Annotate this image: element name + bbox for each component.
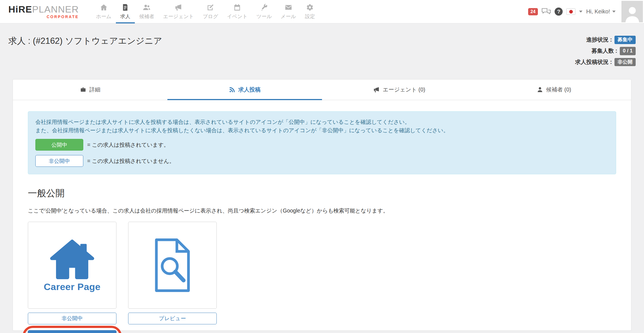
- status-row-progress: 進捗状況 : 募集中: [586, 36, 636, 44]
- navbar-right-cluster: 24 ? Hi, Keiko!: [528, 0, 644, 23]
- tools-icon: [260, 4, 268, 11]
- status-row-posting: 求人投稿状況 : 非公開: [575, 58, 636, 66]
- tab-details[interactable]: 詳細: [13, 79, 167, 100]
- user-menu-caret-icon: [612, 11, 616, 13]
- schedule-publish-button[interactable]: 公開を予約する: [28, 330, 116, 333]
- status-label: 募集人数 :: [592, 47, 617, 55]
- info-alert: 会社採用情報ページまたは求人サイトに求人を投稿する場合は、表示されているサイトの…: [28, 111, 616, 174]
- candidates-icon: [143, 4, 150, 11]
- published-sample-button: 公開中: [35, 139, 83, 151]
- career-home-icon: [49, 238, 96, 280]
- main-nav: ホーム 求人 候補者 エージェント ブログ イベント ツール メール: [92, 0, 319, 23]
- preview-card: [128, 222, 217, 309]
- unpublished-legend-text: = この求人は投稿されていません。: [87, 157, 175, 165]
- jobs-icon: [121, 4, 129, 11]
- site-cards-row: Career Page: [28, 222, 616, 309]
- status-row-headcount: 募集人数 : 0 / 1: [592, 47, 636, 55]
- agents-icon: [175, 4, 182, 11]
- published-legend-row: 公開中 = この求人は投稿されています。: [35, 139, 609, 151]
- brand-name: HiREPLANNER: [8, 4, 79, 14]
- nav-item-blog[interactable]: ブログ: [198, 0, 223, 23]
- main-content-card: 詳細 求人投稿 エージェント (0) 候補者 (0) 会社採用情報ページまたは求…: [13, 79, 631, 331]
- nav-item-agents[interactable]: エージェント: [159, 0, 198, 23]
- mail-icon: [285, 4, 292, 11]
- japan-flag-icon[interactable]: [566, 8, 575, 15]
- status-summary: 進捗状況 : 募集中 募集人数 : 0 / 1 求人投稿状況 : 非公開: [575, 36, 636, 66]
- tab-job-posting[interactable]: 求人投稿: [167, 79, 322, 100]
- career-status-button[interactable]: 非公開中: [28, 313, 116, 324]
- language-caret-icon[interactable]: [579, 11, 582, 13]
- nav-item-mail[interactable]: メール: [276, 0, 301, 23]
- user-menu[interactable]: Hi, Keiko!: [586, 8, 616, 15]
- tab-bar: 詳細 求人投稿 エージェント (0) 候補者 (0): [13, 79, 631, 100]
- nav-item-home[interactable]: ホーム: [92, 0, 116, 23]
- messages-icon[interactable]: [541, 8, 551, 16]
- notification-badge[interactable]: 24: [528, 8, 538, 15]
- status-badge: 非公開: [614, 58, 636, 66]
- document-search-icon: [150, 237, 195, 293]
- brand-logo[interactable]: HiREPLANNER CORPORATE: [8, 0, 79, 23]
- status-label: 求人投稿状況 :: [575, 58, 612, 66]
- nav-item-jobs[interactable]: 求人: [116, 0, 135, 23]
- page-title: 求人 : (#2162) ソフトウェアエンジニア: [8, 35, 636, 47]
- tab-agents[interactable]: エージェント (0): [322, 79, 477, 100]
- help-icon[interactable]: ?: [555, 8, 563, 16]
- nav-item-candidates[interactable]: 候補者: [135, 0, 159, 23]
- unpublished-sample-button: 非公開中: [35, 155, 83, 167]
- public-section: 一般公開 ここで'公開中'となっている場合、この求人は会社の採用情報ページに表示…: [13, 187, 631, 333]
- published-legend-text: = この求人は投稿されています。: [87, 141, 169, 149]
- preview-button[interactable]: プレビュー: [128, 313, 217, 324]
- card-buttons-row: 非公開中 プレビュー: [28, 313, 616, 324]
- user-greeting: Hi, Keiko!: [586, 8, 610, 15]
- status-badge: 0 / 1: [620, 47, 636, 55]
- info-line-2: また、会社採用情報ページまたは求人サイトに求人を投稿したくない場合は、表示されて…: [35, 126, 609, 134]
- top-navbar: HiREPLANNER CORPORATE ホーム 求人 候補者 エージェント …: [0, 0, 644, 23]
- brand-sub: CORPORATE: [8, 15, 79, 19]
- person-icon: [537, 86, 543, 93]
- career-page-card: Career Page: [28, 222, 116, 309]
- info-line-1: 会社採用情報ページまたは求人サイトに求人を投稿する場合は、表示されているサイトの…: [35, 118, 609, 126]
- events-icon: [233, 4, 241, 11]
- briefcase-icon: [80, 86, 86, 93]
- megaphone-icon: [373, 86, 380, 93]
- schedule-publish-area: 公開を予約する: [28, 330, 116, 333]
- status-label: 進捗状況 :: [586, 36, 612, 44]
- unpublished-legend-row: 非公開中 = この求人は投稿されていません。: [35, 155, 609, 167]
- section-description: ここで'公開中'となっている場合、この求人は会社の採用情報ページに表示され、尚且…: [28, 207, 616, 214]
- home-icon: [100, 4, 108, 11]
- nav-item-settings[interactable]: 設定: [300, 0, 319, 23]
- page-header: 求人 : (#2162) ソフトウェアエンジニア 進捗状況 : 募集中 募集人数…: [0, 23, 644, 79]
- avatar[interactable]: [621, 1, 643, 22]
- nav-item-tools[interactable]: ツール: [252, 0, 276, 23]
- settings-icon: [306, 4, 314, 11]
- feed-icon: [229, 86, 235, 93]
- status-badge: 募集中: [614, 36, 636, 44]
- career-page-label: Career Page: [44, 281, 101, 292]
- section-title: 一般公開: [28, 187, 616, 200]
- nav-item-events[interactable]: イベント: [223, 0, 252, 23]
- tab-candidates[interactable]: 候補者 (0): [477, 79, 631, 100]
- blog-icon: [207, 4, 214, 11]
